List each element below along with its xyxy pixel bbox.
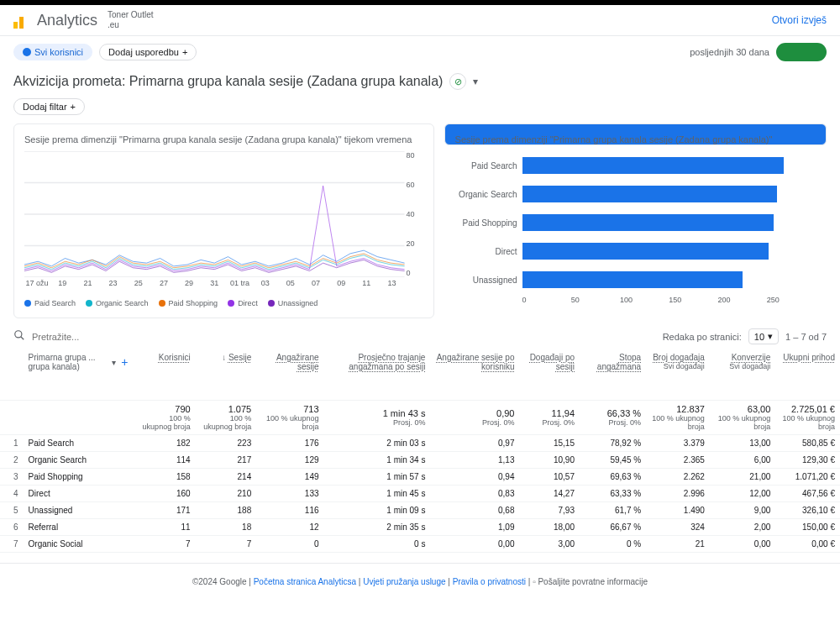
line-chart-x-axis: 17 ožu1921232527293101 tra030507091113 (24, 279, 405, 294)
table-row[interactable]: 1Paid Search1822231762 min 03 s0,9715,15… (0, 434, 840, 451)
analytics-logo-icon (13, 12, 30, 29)
legend-item[interactable]: Direct (228, 299, 258, 307)
bar[interactable] (522, 214, 774, 231)
bar-chart-labels: Paid SearchOrganic SearchPaid ShoppingDi… (455, 151, 522, 294)
all-users-chip[interactable]: Svi korisnici (13, 44, 92, 60)
data-table: Primarna grupa ... grupa kanala) ▾ +Kori… (0, 349, 840, 553)
column-header[interactable]: Stopa angažmana (580, 349, 646, 400)
page-title: Akvizicija prometa: Primarna grupa kanal… (13, 74, 443, 89)
add-comparison-chip[interactable]: Dodaj usporedbu + (99, 44, 197, 60)
legend-item[interactable]: Organic Search (86, 299, 149, 307)
column-header[interactable]: Korisnici (134, 349, 196, 400)
column-header[interactable]: Angažirane sesije po korisniku (430, 349, 519, 400)
page-footer: ©2024 Google | Početna stranica Analytic… (0, 563, 840, 600)
bar-chart-x-axis: 050100150200250 (522, 296, 816, 304)
footer-link-privacy[interactable]: Pravila o privatnosti (453, 577, 526, 586)
footer-feedback[interactable]: Pošaljite povratne informacije (538, 577, 648, 586)
search-input[interactable] (32, 332, 656, 342)
column-header[interactable]: Angažirane sesije (256, 349, 323, 400)
date-picker-button[interactable] (776, 43, 827, 61)
table-row[interactable]: 2Organic Search1142171291 min 34 s1,1310… (0, 451, 840, 468)
legend-item[interactable]: Paid Search (24, 299, 76, 307)
column-header[interactable]: Ukupni prihod (775, 349, 840, 400)
bar-chart-card: Sesije prema dimenziji "Primarna grupa k… (444, 123, 827, 145)
chevron-down-icon: ▾ (768, 331, 773, 342)
table-row[interactable]: 5Unassigned1711881161 min 09 s0,687,9361… (0, 501, 840, 518)
line-chart-card: Sesije prema dimenziji "Primarna grupa k… (13, 123, 434, 318)
chevron-down-icon[interactable]: ▾ (112, 358, 116, 367)
rows-per-page-label: Redaka po stranici: (663, 332, 742, 342)
search-icon (13, 329, 25, 344)
totals-row: 790100 % ukupnog broja1.075100 % ukupnog… (0, 400, 840, 434)
pagination-label: 1 – 7 od 7 (785, 332, 827, 342)
svg-line-6 (21, 337, 24, 340)
status-check-icon[interactable]: ⊘ (449, 73, 466, 90)
add-dimension-button[interactable]: + (121, 355, 128, 369)
table-row[interactable]: 4Direct1602101331 min 45 s0,8314,2763,33… (0, 485, 840, 501)
table-row[interactable]: 6Referral1118122 min 35 s1,0918,0066,67 … (0, 518, 840, 535)
footer-link-terms[interactable]: Uvjeti pružanja usluge (363, 577, 445, 586)
legend-item[interactable]: Unassigned (268, 299, 318, 307)
app-header: Analytics Toner Outlet .eu Otvori izvješ (0, 5, 840, 36)
brand-name: Analytics (37, 12, 97, 29)
feedback-icon: ▫ (533, 577, 536, 586)
bar[interactable] (522, 186, 777, 202)
rows-per-page-select[interactable]: 10 ▾ (748, 328, 779, 344)
column-header[interactable]: KonverzijeSvi događaji (710, 349, 775, 400)
date-range-label[interactable]: posljednjih 30 dana (690, 47, 769, 57)
plus-icon: + (182, 47, 187, 57)
line-chart-plot[interactable] (24, 151, 405, 277)
add-filter-chip[interactable]: Dodaj filtar + (13, 98, 85, 115)
line-chart-y-axis: 806040200 (407, 151, 423, 277)
dropdown-caret-icon[interactable]: ▾ (473, 76, 478, 87)
footer-link-home[interactable]: Početna stranica Analyticsa (254, 577, 356, 586)
column-header[interactable]: ↓ Sesije (196, 349, 257, 400)
bar[interactable] (522, 157, 785, 174)
open-report-link[interactable]: Otvori izvješ (772, 14, 827, 26)
legend-item[interactable]: Paid Shopping (159, 299, 218, 307)
property-selector[interactable]: Toner Outlet .eu (108, 10, 153, 30)
column-header[interactable]: Broj događajaSvi događaji (646, 349, 710, 400)
plus-icon: + (71, 102, 76, 112)
segment-dot-icon (23, 48, 31, 56)
column-header[interactable]: Prosječno trajanje angažmana po sesiji (324, 349, 431, 400)
table-toolbar: Redaka po stranici: 10 ▾ 1 – 7 od 7 (0, 318, 840, 349)
column-header[interactable]: Događaji po sesiji (520, 349, 580, 400)
bar[interactable] (522, 271, 743, 288)
controls-bar: Svi korisnici Dodaj usporedbu + posljedn… (0, 36, 840, 68)
bar-chart-title: Sesije prema dimenziji "Primarna grupa k… (455, 134, 816, 144)
table-row[interactable]: 3Paid Shopping1582141491 min 57 s0,9410,… (0, 468, 840, 485)
bar-chart-plot[interactable] (522, 151, 816, 294)
page-title-row: Akvizicija prometa: Primarna grupa kanal… (0, 68, 840, 95)
svg-point-5 (15, 331, 22, 338)
bar[interactable] (522, 243, 769, 260)
chart-legend: Paid SearchOrganic SearchPaid ShoppingDi… (24, 299, 423, 307)
line-chart-title: Sesije prema dimenziji "Primarna grupa k… (24, 134, 423, 144)
table-row[interactable]: 7Organic Social7700 s0,003,000 %210,000,… (0, 535, 840, 552)
